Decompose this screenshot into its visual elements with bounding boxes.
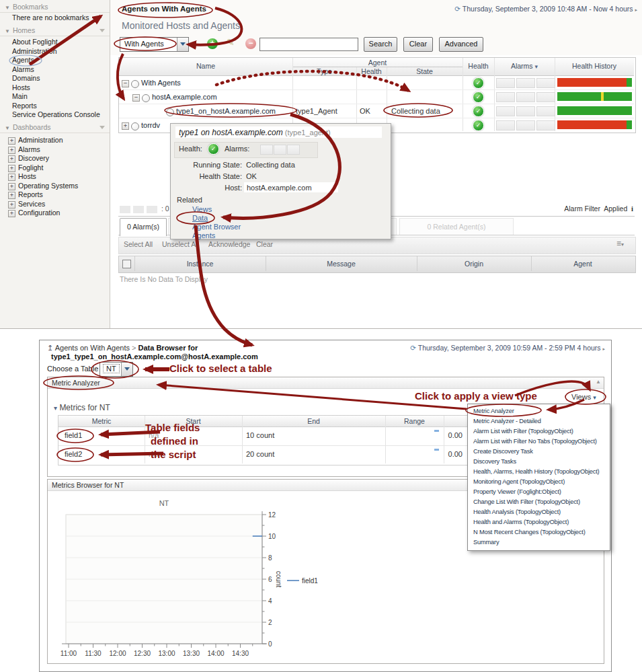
row-name-with-agents[interactable]: With Agents (141, 79, 181, 87)
col-header-metric[interactable]: Metric (58, 417, 145, 425)
scope-select[interactable]: With Agents (120, 37, 189, 52)
views-menu-item-health-and-alarms-topologyobject-[interactable]: Health and Alarms (TopologyObject) (468, 517, 610, 527)
alarm-filter-status[interactable]: Alarm Filter Applied i (564, 204, 633, 213)
tab-alarms[interactable]: 0 Alarm(s) (120, 218, 167, 236)
row-name-type1-agent[interactable]: type1_on_hostA.example.com (176, 107, 276, 115)
col-header-name[interactable]: Name (119, 62, 292, 70)
filter-funnel-icon[interactable] (99, 126, 105, 129)
views-menu-item-alarm-list-with-filter-topologyobject-[interactable]: Alarm List with Filter (TopologyObject) (468, 426, 610, 437)
breadcrumb-root-link[interactable]: Agents on With Agents (55, 344, 130, 352)
col-header-range[interactable]: Range (385, 417, 444, 425)
scope-select-button[interactable] (177, 38, 188, 51)
select-all-action[interactable]: Select All (124, 240, 153, 248)
views-menu-item-discovery-tasks[interactable]: Discovery Tasks (468, 457, 610, 467)
metric-field2-label[interactable]: field2 (65, 450, 82, 458)
bottom-timerange[interactable]: ⟳ Thursday, September 3, 2009 10:59 AM -… (410, 344, 605, 352)
dashboard-item-discovery[interactable]: +Discovery (0, 154, 109, 163)
views-menu-item-health-analysis-topologyobject-[interactable]: Health Analysis (TopologyObject) (468, 507, 610, 517)
top-timerange[interactable]: ⟳ Thursday, September 3, 2009 10:48 AM -… (454, 5, 637, 13)
views-menu-item-metric-analyzer-detailed[interactable]: Metric Analyzer - Detailed (468, 416, 610, 426)
sidebar-item-domains[interactable]: Domains (0, 74, 109, 83)
col-header-agent-health[interactable]: Health (356, 67, 387, 75)
dashboard-item-foglight[interactable]: +Foglight (0, 163, 109, 173)
views-menu-item-health-alarms-health-history-topologyobject-[interactable]: Health, Alarms, Health History (Topology… (468, 467, 610, 477)
views-menu-item-n-most-recent-changes-topologyobject-[interactable]: N Most Recent Changes (TopologyObject) (468, 527, 610, 537)
tree-expand-icon[interactable]: + (8, 155, 15, 163)
info-icon[interactable]: i (631, 205, 633, 213)
views-menu-item-metric-analyzer[interactable]: Metric Analyzer (468, 406, 610, 416)
col-header-alarms[interactable]: Alarms ▾ (494, 62, 555, 70)
col-header-health[interactable]: Health (463, 62, 494, 70)
col-header-history[interactable]: Health History (555, 62, 634, 70)
sidebar-section-dashboards[interactable]: ▼Dashboards (0, 122, 110, 133)
sidebar-item-reports[interactable]: Reports (0, 102, 109, 111)
dashboard-item-services[interactable]: +Services (0, 200, 109, 209)
tree-collapse-icon[interactable]: − (132, 94, 140, 102)
tooltip-data-link[interactable]: Data (192, 214, 208, 222)
views-button[interactable]: Views ▾ (571, 393, 596, 401)
tree-expand-icon[interactable]: + (122, 122, 129, 130)
tree-expand-icon[interactable]: + (8, 210, 15, 217)
views-menu-item-summary[interactable]: Summary (468, 537, 610, 548)
dashboard-item-reports[interactable]: +Reports (0, 190, 109, 200)
tree-expand-icon[interactable]: + (8, 183, 15, 190)
add-icon[interactable]: + (207, 38, 218, 49)
tree-expand-icon[interactable]: + (8, 165, 15, 172)
filter-funnel-icon[interactable] (99, 29, 105, 32)
table-select-button[interactable] (121, 363, 132, 376)
table-customizer-icon[interactable]: ≡▾ (616, 239, 624, 248)
select-all-checkbox[interactable] (122, 260, 131, 268)
tree-expand-icon[interactable]: + (8, 201, 15, 209)
timerange-expander-icon[interactable]: ▸ (635, 7, 637, 12)
col-header-message[interactable]: Message (266, 260, 417, 268)
col-header-state[interactable]: State (387, 67, 463, 75)
views-menu-item-alarm-list-with-filter-no-tabs-topologyobject-[interactable]: Alarm List with Filter No Tabs (Topology… (468, 437, 610, 447)
unselect-all-action[interactable]: Unselect All (162, 240, 199, 248)
col-header-type[interactable]: Type (292, 67, 356, 75)
row-name-torrdv[interactable]: torrdv (141, 121, 160, 129)
row-name-hosta[interactable]: hostA.example.com (152, 93, 217, 101)
tooltip-views-link[interactable]: Views (192, 205, 212, 213)
tree-expand-icon[interactable]: + (8, 137, 15, 145)
alarms-sort-caret-icon[interactable]: ▾ (535, 63, 538, 70)
views-menu-item-change-list-with-filter-topologyobject-[interactable]: Change List With Filter (TopologyObject) (468, 497, 610, 507)
advanced-button[interactable]: Advanced (439, 37, 483, 52)
dashboard-item-hosts[interactable]: +Hosts (0, 172, 109, 182)
sidebar-item-about-foglight[interactable]: About Foglight (0, 38, 109, 47)
tree-expand-icon[interactable]: + (8, 174, 15, 181)
sidebar-item-service-operations-console[interactable]: Service Operations Console (0, 110, 109, 120)
views-menu-item-create-discovery-task[interactable]: Create Discovery Task (468, 447, 610, 457)
sidebar-section-bookmarks[interactable]: ▼Bookmarks (0, 1, 110, 13)
clear-action[interactable]: Clear (256, 240, 273, 248)
row-radio[interactable] (142, 94, 150, 102)
sidebar-item-alarms[interactable]: Alarms (0, 65, 109, 75)
sidebar-item-agents[interactable]: Agents (0, 56, 109, 65)
timerange-expander-icon[interactable]: ▸ (602, 346, 605, 351)
dashboard-item-alarms[interactable]: +Alarms (0, 145, 109, 155)
dashboard-item-configuration[interactable]: +Configuration (0, 209, 109, 218)
tree-expand-icon[interactable]: + (8, 147, 15, 154)
up-level-icon[interactable]: ↥ (47, 344, 53, 352)
tooltip-agents-link[interactable]: Agents (192, 231, 215, 239)
clear-button[interactable]: Clear (403, 37, 433, 52)
tab-ghost-related-agents[interactable]: 0 Related Agent(s) (399, 218, 514, 235)
acknowledge-action[interactable]: Acknowledge (208, 240, 250, 248)
search-input[interactable] (259, 38, 358, 51)
col-header-agent[interactable]: Agent (531, 260, 635, 268)
sidebar-section-homes[interactable]: ▼Homes (0, 25, 110, 36)
col-header-end[interactable]: End (242, 417, 385, 425)
metric-field1-label[interactable]: field1 (65, 431, 82, 439)
sidebar-item-administration[interactable]: Administration (0, 47, 109, 57)
views-menu-item-monitoring-agent-topologyobject-[interactable]: Monitoring Agent (TopologyObject) (468, 477, 610, 487)
panel-collapse-icon[interactable]: ▲ (596, 379, 601, 385)
col-header-origin[interactable]: Origin (417, 260, 531, 268)
row-radio[interactable] (131, 80, 139, 88)
tree-collapse-icon[interactable]: − (122, 80, 129, 87)
row-radio[interactable] (166, 108, 174, 116)
views-menu-item-property-viewer-foglight-object-[interactable]: Property Viewer (Foglight:Object) (468, 487, 610, 497)
col-header-instance[interactable]: Instance (134, 260, 266, 268)
tooltip-agent-browser-link[interactable]: Agent Browser (192, 223, 241, 231)
row-radio[interactable] (131, 122, 139, 130)
tree-expand-icon[interactable]: + (8, 192, 15, 199)
metrics-section-header[interactable]: ▾ Metrics for NT (54, 403, 110, 412)
